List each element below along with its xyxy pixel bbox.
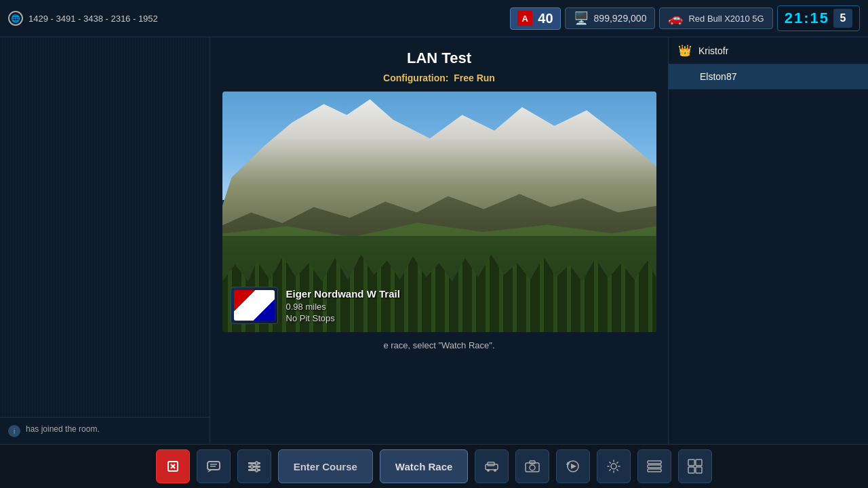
a-icon: A bbox=[517, 11, 532, 26]
grid-view-icon bbox=[688, 459, 703, 474]
logo-star: ★ bbox=[249, 298, 260, 313]
svg-rect-12 bbox=[256, 468, 258, 472]
car-name: Red Bull X2010 5G bbox=[688, 14, 764, 24]
bottom-bar: Enter Course Watch Race bbox=[0, 444, 868, 488]
player-list: 👑 Kristofr Elston87 bbox=[669, 37, 868, 89]
car-icon-top: 🚗 bbox=[668, 11, 683, 26]
svg-rect-24 bbox=[648, 469, 661, 472]
exit-icon bbox=[165, 459, 180, 474]
svg-rect-3 bbox=[208, 462, 220, 470]
course-info-overlay: ★ Eiger Nordwand W Trail 0.98 miles No P… bbox=[231, 287, 400, 324]
grid-view-button[interactable] bbox=[678, 449, 712, 483]
setup-icon bbox=[247, 459, 262, 474]
credits-badge: 🖥️ 899,929,000 bbox=[565, 7, 656, 29]
player-count: 5 bbox=[833, 9, 852, 28]
svg-rect-23 bbox=[648, 465, 661, 468]
svg-rect-26 bbox=[696, 460, 702, 466]
enter-course-button[interactable]: Enter Course bbox=[278, 449, 373, 483]
svg-rect-28 bbox=[696, 467, 702, 473]
top-bar: 🌐 1429 - 3491 - 3438 - 2316 - 1952 A 40 … bbox=[0, 0, 868, 37]
time-display: 21:15 bbox=[785, 9, 829, 27]
svg-rect-8 bbox=[248, 466, 260, 468]
camera-button[interactable] bbox=[515, 449, 549, 483]
course-logo-inner: ★ bbox=[234, 290, 275, 321]
course-preview: ★ Eiger Nordwand W Trail 0.98 miles No P… bbox=[222, 92, 656, 332]
map-area bbox=[0, 37, 210, 417]
config-line: Configuration: Free Run bbox=[383, 73, 495, 83]
player-row: 👑 Kristofr bbox=[669, 37, 868, 64]
replay-icon bbox=[566, 459, 580, 474]
camera-icon bbox=[525, 460, 540, 472]
credits-icon: 🖥️ bbox=[574, 11, 589, 26]
network-info: 🌐 1429 - 3491 - 3438 - 2316 - 1952 bbox=[8, 11, 158, 26]
svg-rect-9 bbox=[248, 469, 260, 471]
replay-button[interactable] bbox=[556, 449, 590, 483]
top-bar-right: A 40 🖥️ 899,929,000 🚗 Red Bull X2010 5G … bbox=[510, 5, 860, 31]
config-label: Configuration: bbox=[383, 73, 448, 83]
svg-rect-11 bbox=[251, 465, 253, 468]
watch-race-button[interactable]: Watch Race bbox=[380, 449, 468, 483]
time-badge: 21:15 5 bbox=[777, 5, 860, 31]
car-select-button[interactable] bbox=[475, 449, 509, 483]
car-select-icon bbox=[483, 461, 500, 472]
chat-info-icon: i bbox=[8, 425, 20, 437]
list-view-icon bbox=[647, 460, 662, 472]
left-sidebar: i has joined the room. bbox=[0, 37, 210, 444]
credits-value: 899,929,000 bbox=[594, 13, 647, 24]
course-name: Eiger Nordwand W Trail bbox=[286, 288, 400, 300]
instruction-text: e race, select "Watch Race". bbox=[383, 340, 494, 350]
list-view-button[interactable] bbox=[637, 449, 671, 483]
chat-button[interactable] bbox=[197, 449, 231, 483]
svg-point-15 bbox=[487, 469, 490, 472]
settings-icon bbox=[606, 459, 621, 474]
level-badge: A 40 bbox=[510, 7, 560, 30]
enter-course-label: Enter Course bbox=[294, 461, 357, 472]
chat-icon bbox=[206, 459, 221, 474]
svg-point-18 bbox=[530, 465, 535, 470]
player-name-elston87: Elston87 bbox=[700, 71, 736, 82]
main-layout: i has joined the room. LAN Test Configur… bbox=[0, 37, 868, 444]
svg-rect-22 bbox=[648, 461, 661, 464]
chat-text: has joined the room. bbox=[26, 424, 100, 434]
course-logo: ★ bbox=[231, 287, 278, 324]
svg-rect-7 bbox=[248, 462, 260, 464]
course-text-info: Eiger Nordwand W Trail 0.98 miles No Pit… bbox=[286, 288, 400, 323]
player-row: Elston87 bbox=[669, 64, 868, 89]
svg-point-16 bbox=[494, 469, 496, 472]
watch-race-label: Watch Race bbox=[395, 461, 452, 472]
level-number: 40 bbox=[538, 11, 553, 26]
settings-button[interactable] bbox=[597, 449, 631, 483]
chat-area: i has joined the room. bbox=[0, 417, 210, 444]
player-name-kristofr: Kristofr bbox=[698, 45, 728, 56]
setup-button[interactable] bbox=[237, 449, 271, 483]
svg-rect-10 bbox=[256, 462, 258, 465]
course-distance: 0.98 miles bbox=[286, 302, 400, 312]
room-title: LAN Test bbox=[407, 49, 471, 67]
globe-icon: 🌐 bbox=[8, 11, 23, 26]
network-ids: 1429 - 3491 - 3438 - 2316 - 1952 bbox=[28, 14, 158, 24]
car-badge: 🚗 Red Bull X2010 5G bbox=[659, 7, 772, 29]
svg-rect-19 bbox=[530, 461, 535, 464]
center-content: LAN Test Configuration: Free Run ★ bbox=[210, 37, 668, 444]
crown-icon: 👑 bbox=[678, 44, 692, 57]
svg-rect-27 bbox=[688, 467, 694, 473]
exit-button[interactable] bbox=[156, 449, 190, 483]
chat-message: i has joined the room. bbox=[8, 424, 201, 437]
right-sidebar: 👑 Kristofr Elston87 bbox=[668, 37, 868, 444]
config-value: Free Run bbox=[454, 73, 495, 83]
course-pitstops: No Pit Stops bbox=[286, 313, 400, 323]
svg-rect-25 bbox=[688, 460, 694, 466]
